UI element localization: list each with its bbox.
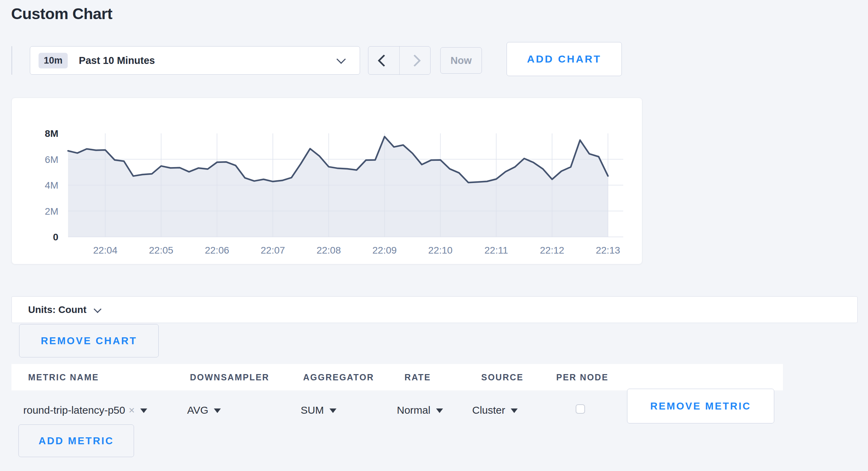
- units-label: Units: Count: [28, 304, 86, 315]
- time-range-label: Past 10 Minutes: [79, 55, 155, 66]
- x-axis-tick-label: 22:05: [149, 245, 173, 256]
- aggregator-dropdown[interactable]: SUM: [301, 404, 336, 416]
- y-axis-tick-label: 6M: [45, 154, 58, 165]
- now-button[interactable]: Now: [440, 47, 482, 74]
- source-value: Cluster: [472, 404, 505, 416]
- units-dropdown[interactable]: Units: Count: [11, 296, 858, 323]
- x-axis-tick-label: 22:09: [373, 245, 397, 256]
- remove-chart-button[interactable]: REMOVE CHART: [19, 324, 159, 357]
- next-time-button[interactable]: [400, 47, 431, 74]
- metric-name-value: round-trip-latency-p50: [23, 404, 125, 416]
- caret-down-icon: [329, 408, 336, 413]
- chevron-right-icon: [409, 54, 421, 66]
- column-header-source: SOURCE: [481, 364, 524, 390]
- downsampler-dropdown[interactable]: AVG: [187, 404, 221, 416]
- x-axis-tick-label: 22:11: [484, 245, 508, 256]
- page-title: Custom Chart: [11, 5, 112, 23]
- metrics-table-header: METRIC NAME DOWNSAMPLER AGGREGATOR RATE …: [11, 364, 783, 390]
- x-axis-tick-label: 22:08: [317, 245, 341, 256]
- x-axis-tick-label: 22:06: [205, 245, 229, 256]
- y-axis-tick-label: 0: [53, 232, 58, 242]
- time-window-badge: 10m: [39, 53, 68, 68]
- toolbar-divider: [11, 46, 12, 75]
- downsampler-value: AVG: [187, 404, 208, 416]
- series-area-fill: [68, 137, 608, 237]
- time-range-dropdown[interactable]: 10m Past 10 Minutes: [30, 46, 360, 75]
- x-axis-tick-label: 22:12: [540, 245, 564, 256]
- caret-down-icon: [140, 408, 147, 413]
- y-axis-tick-label: 8M: [45, 128, 58, 139]
- x-axis-tick-label: 22:13: [596, 245, 620, 256]
- column-header-per-node: PER NODE: [556, 364, 609, 390]
- x-axis-tick-label: 22:10: [428, 245, 452, 256]
- caret-down-icon: [214, 408, 221, 413]
- metric-name-dropdown[interactable]: round-trip-latency-p50×: [23, 404, 147, 416]
- chevron-down-icon: [94, 305, 102, 313]
- column-header-aggregator: AGGREGATOR: [303, 364, 374, 390]
- source-dropdown[interactable]: Cluster: [472, 404, 518, 416]
- column-header-downsampler: DOWNSAMPLER: [190, 364, 269, 390]
- rate-dropdown[interactable]: Normal: [397, 404, 443, 416]
- caret-down-icon: [436, 408, 443, 413]
- caret-down-icon: [511, 408, 518, 413]
- y-axis-tick-label: 4M: [45, 180, 58, 191]
- x-axis-tick-label: 22:07: [261, 245, 285, 256]
- y-axis-tick-label: 2M: [45, 206, 58, 217]
- chevron-left-icon: [378, 54, 390, 66]
- remove-metric-button[interactable]: REMOVE METRIC: [627, 389, 774, 423]
- time-nav-group: [368, 46, 431, 75]
- timeseries-chart: 8M6M4M2M022:0422:0522:0622:0722:0822:092…: [12, 98, 642, 264]
- chevron-down-icon: [336, 55, 346, 64]
- prev-time-button[interactable]: [368, 47, 400, 74]
- add-chart-button[interactable]: ADD CHART: [507, 42, 622, 76]
- x-axis-tick-label: 22:04: [93, 245, 117, 256]
- column-header-metric-name: METRIC NAME: [28, 364, 99, 390]
- chart-card: 8M6M4M2M022:0422:0522:0622:0722:0822:092…: [11, 98, 642, 264]
- add-metric-button[interactable]: ADD METRIC: [18, 424, 134, 457]
- per-node-checkbox[interactable]: [576, 404, 585, 414]
- column-header-rate: RATE: [404, 364, 431, 390]
- clear-metric-icon[interactable]: ×: [128, 404, 135, 416]
- rate-value: Normal: [397, 404, 431, 416]
- aggregator-value: SUM: [301, 404, 324, 416]
